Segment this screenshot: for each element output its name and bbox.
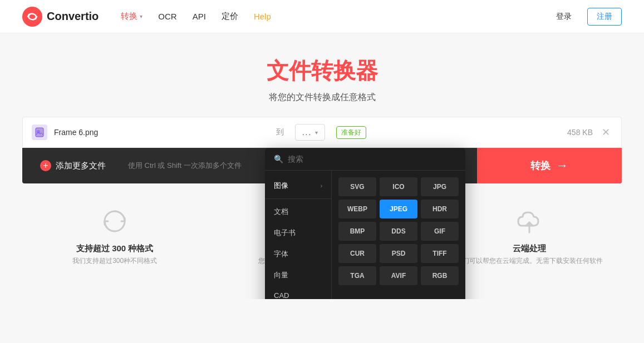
remove-file-button[interactable]: ✕	[599, 124, 612, 141]
format-chip-hdr[interactable]: HDR	[421, 200, 459, 218]
nav-convert[interactable]: 转换 ▾	[121, 11, 142, 22]
chevron-down-icon: ▾	[140, 13, 142, 19]
login-button[interactable]: 登录	[549, 8, 578, 25]
refresh-icon	[99, 206, 130, 237]
category-item-font[interactable]: 字体	[265, 243, 331, 265]
svg-point-2	[37, 130, 40, 133]
format-dots: ...	[302, 128, 312, 137]
category-item-image[interactable]: 图像›	[265, 175, 331, 196]
header-right: 登录 注册	[549, 8, 622, 26]
chevron-right-icon: ›	[321, 183, 322, 189]
status-badge: 准备好	[336, 126, 366, 139]
format-chip-bmp[interactable]: BMP	[338, 222, 376, 241]
header: Convertio 转换 ▾ OCR API 定价 Help 登录 注册	[0, 0, 644, 33]
format-grid: SVGICOJPGWEBPJPEGHDRBMPDDSGIFCURPSDTIFFT…	[332, 171, 465, 299]
convert-button[interactable]: 转换 →	[477, 148, 622, 183]
format-chip-tga[interactable]: TGA	[338, 266, 376, 285]
logo-icon	[22, 7, 42, 27]
main-content: Frame 6.png 到 ... ▾ 准备好 458 KB ✕ 🔍 图像›文档…	[0, 117, 644, 299]
format-chip-gif[interactable]: GIF	[421, 222, 459, 241]
svg-point-0	[22, 7, 42, 27]
format-dropdown: 🔍 图像›文档电子书字体向量CAD SVGICOJPGWEBPJPEGHDRBM…	[265, 148, 465, 299]
register-button[interactable]: 注册	[587, 8, 622, 26]
feature-formats: 支持超过 300 种格式 我们支持超过300种不同格式	[22, 206, 207, 266]
to-label: 到	[276, 127, 284, 137]
search-icon: 🔍	[274, 155, 283, 163]
search-input[interactable]	[288, 155, 456, 163]
dropdown-search-area: 🔍	[265, 148, 465, 171]
main-nav: 转换 ▾ OCR API 定价 Help	[121, 11, 549, 22]
convert-label: 转换	[530, 159, 550, 172]
file-row: Frame 6.png 到 ... ▾ 准备好 458 KB ✕	[22, 117, 622, 148]
hero-subtitle: 将您的文件转换成任意格式	[0, 92, 644, 103]
format-chip-webp[interactable]: WEBP	[338, 200, 376, 218]
logo[interactable]: Convertio	[22, 7, 99, 27]
format-chip-jpg[interactable]: JPG	[421, 177, 459, 196]
format-chip-psd[interactable]: PSD	[380, 244, 417, 263]
logo-text: Convertio	[47, 10, 99, 23]
nav-ocr[interactable]: OCR	[158, 12, 176, 21]
category-item-ebook[interactable]: 电子书	[265, 222, 331, 243]
format-chip-avif[interactable]: AVIF	[380, 266, 417, 285]
hero-section: 文件转换器 将您的文件转换成任意格式	[0, 33, 644, 117]
category-item-doc[interactable]: 文档	[265, 201, 331, 222]
format-chip-cur[interactable]: CUR	[338, 244, 376, 263]
format-chip-rgb[interactable]: RGB	[421, 266, 459, 285]
add-files-label: 添加更多文件	[56, 161, 106, 171]
format-chip-ico[interactable]: ICO	[380, 177, 417, 196]
format-select-button[interactable]: ... ▾	[295, 124, 326, 141]
format-chip-jpeg[interactable]: JPEG	[380, 200, 417, 218]
nav-api[interactable]: API	[193, 12, 206, 21]
arrow-right-icon: →	[556, 158, 568, 173]
file-size: 458 KB	[382, 128, 593, 137]
chevron-icon: ▾	[315, 130, 318, 136]
hero-title: 文件转换器	[0, 56, 644, 86]
format-chip-dds[interactable]: DDS	[380, 222, 417, 241]
plus-icon: +	[40, 160, 51, 171]
format-chip-svg[interactable]: SVG	[338, 177, 376, 196]
file-type-icon	[32, 125, 47, 140]
dropdown-body: 图像›文档电子书字体向量CAD SVGICOJPGWEBPJPEGHDRBMPD…	[265, 171, 465, 299]
feature-formats-desc: 我们支持超过300种不同格式	[22, 256, 207, 266]
category-item-vector[interactable]: 向量	[265, 265, 331, 286]
file-name: Frame 6.png	[54, 128, 265, 137]
category-list: 图像›文档电子书字体向量CAD	[265, 171, 332, 299]
cloud-icon	[514, 206, 545, 237]
category-item-cad[interactable]: CAD	[265, 286, 331, 299]
nav-help[interactable]: Help	[254, 12, 271, 21]
nav-pricing[interactable]: 定价	[222, 11, 238, 22]
feature-formats-title: 支持超过 300 种格式	[22, 243, 207, 254]
add-files-button[interactable]: + 添加更多文件	[22, 148, 124, 183]
format-chip-tiff[interactable]: TIFF	[421, 244, 459, 263]
